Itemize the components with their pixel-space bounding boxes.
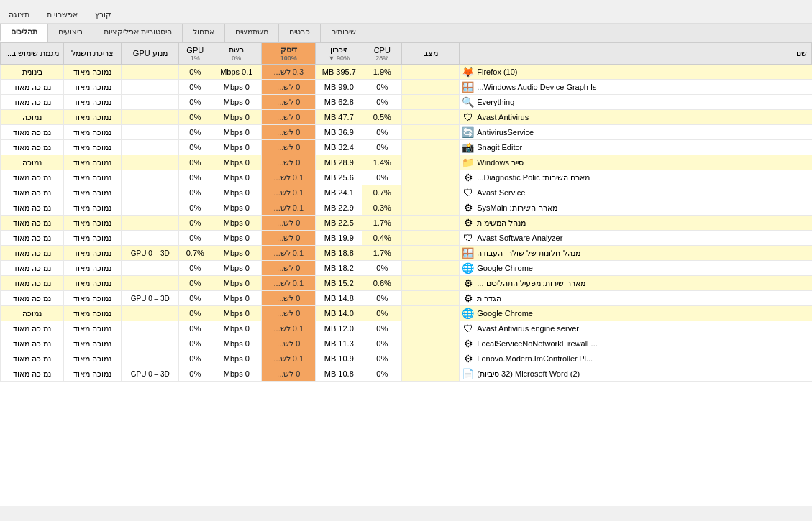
table-row[interactable]: Avast Antivirus engine server🛡0%12.0 MB0… (1, 321, 812, 336)
table-row[interactable]: Microsoft Word (2) (32 סיביות)📄0%10.8 MB… (1, 366, 812, 382)
col-status[interactable]: מצב (402, 43, 460, 65)
tab-users[interactable]: משתמשים (224, 24, 278, 42)
col-gpu[interactable]: GPU 1% (179, 43, 211, 65)
table-row[interactable]: AntivirusService🔄0%36.9 MB0 לש...0 Mbps0… (1, 125, 812, 140)
process-disk: 0 לש... (262, 80, 316, 95)
table-row[interactable]: מארח השירות: SysMain⚙0.3%22.9 MB0.1 לש..… (1, 200, 812, 216)
table-row[interactable]: מארח השירות: Diagnostic Polic...⚙0%25.6 … (1, 170, 812, 185)
process-cpu: 0% (362, 125, 402, 140)
tabs-bar: שירותים פרטים משתמשים אתחול היסטוריית אפ… (0, 24, 812, 42)
process-status (402, 351, 460, 366)
table-row[interactable]: Everything🔍0%62.8 MB0 לש...0 Mbps0%נמוכה… (1, 95, 812, 110)
process-name: Google Chrome (477, 309, 533, 318)
process-gpu-engine (122, 321, 179, 336)
process-power-trend: נמוכה מאוד (1, 276, 64, 291)
process-network: 0 Mbps (211, 246, 262, 261)
col-power[interactable]: צריכת חשמל (64, 43, 122, 65)
process-power: נמוכה מאוד (64, 200, 122, 216)
process-gpu: 0% (179, 306, 211, 321)
col-cpu[interactable]: CPU 28% (362, 43, 402, 65)
table-row[interactable]: מנהל חלונות של שולחן העבודה🪟1.7%18.8 MB0… (1, 246, 812, 261)
process-status (402, 140, 460, 155)
table-row[interactable]: Windows Audio Device Graph Is...🪟0%99.0 … (1, 80, 812, 95)
menu-options[interactable]: אפשרויות (44, 9, 81, 21)
process-name-cell: הגדרות⚙ (460, 291, 812, 306)
col-gpu-engine[interactable]: מנוע GPU (122, 43, 179, 65)
col-name[interactable]: שם (460, 43, 812, 65)
tab-performance[interactable]: ביצועים (47, 24, 93, 42)
table-row[interactable]: Avast Antivirus🛡0.5%47.7 MB0 לש...0 Mbps… (1, 110, 812, 125)
process-cpu: 0% (362, 261, 402, 276)
col-network[interactable]: רשת 0% (211, 43, 262, 65)
table-row[interactable]: Avast Software Analyzer🛡0.4%19.9 MB0 לש.… (1, 231, 812, 246)
process-disk: 0 לש... (262, 95, 316, 110)
process-cpu: 0% (362, 366, 402, 382)
table-row[interactable]: Google Chrome🌐0%18.2 MB0 לש...0 Mbps0%נמ… (1, 261, 812, 276)
table-row[interactable]: סייר Windows📁1.4%28.9 MB0 לש...0 Mbps0%נ… (1, 155, 812, 170)
process-status (402, 170, 460, 185)
process-name: מנהל המשימות (477, 218, 526, 228)
table-row[interactable]: ...Lenovo.Modern.ImController.Pl⚙0%10.9 … (1, 351, 812, 366)
tab-processes[interactable]: תהליכים (0, 24, 47, 42)
process-cpu: 0% (362, 291, 402, 306)
process-disk: 0.1 לש... (262, 351, 316, 366)
table-row[interactable]: Firefox (10)🦊1.9%395.7 MB0.3 לש...0.1 Mb… (1, 65, 812, 80)
process-memory: 36.9 MB (316, 125, 362, 140)
process-gpu-engine (122, 200, 179, 216)
process-gpu-engine: GPU 0 – 3D (122, 366, 179, 382)
process-network: 0 Mbps (211, 351, 262, 366)
process-status (402, 110, 460, 125)
process-memory: 62.8 MB (316, 95, 362, 110)
process-name: סייר Windows (477, 158, 524, 167)
process-network: 0 Mbps (211, 170, 262, 185)
process-memory: 18.8 MB (316, 246, 362, 261)
tab-details[interactable]: פרטים (278, 24, 320, 42)
process-gpu-engine (122, 170, 179, 185)
menu-file[interactable]: קובץ (92, 9, 114, 21)
tab-app-history[interactable]: היסטוריית אפליקציות (93, 24, 182, 42)
process-power: נמוכה מאוד (64, 246, 122, 261)
process-memory: 14.8 MB (316, 291, 362, 306)
process-power: נמוכה מאוד (64, 170, 122, 185)
top-bar (0, 0, 812, 6)
process-status (402, 80, 460, 95)
table-row[interactable]: Google Chrome🌐0%14.0 MB0 לש...0 Mbps0%נמ… (1, 306, 812, 321)
process-status (402, 95, 460, 110)
process-gpu: 0% (179, 170, 211, 185)
process-power-trend: נמוכה מאוד (1, 366, 64, 382)
process-disk: 0 לש... (262, 216, 316, 231)
process-power-trend: נמוכה (1, 306, 64, 321)
table-row[interactable]: הגדרות⚙0%14.8 MB0 לש...0 Mbps0%GPU 0 – 3… (1, 291, 812, 306)
process-power: נמוכה מאוד (64, 125, 122, 140)
process-network: 0 Mbps (211, 276, 262, 291)
process-power-trend: נמוכה מאוד (1, 291, 64, 306)
process-cpu: 0% (362, 80, 402, 95)
tab-startup[interactable]: אתחול (182, 24, 224, 42)
tab-services[interactable]: שירותים (320, 24, 366, 42)
process-name: Snagit Editor (477, 143, 522, 152)
table-row[interactable]: ... LocalServiceNoNetworkFirewall⚙0%11.3… (1, 336, 812, 351)
process-memory: 25.6 MB (316, 170, 362, 185)
process-icon: 🛡 (462, 232, 474, 244)
process-memory: 19.9 MB (316, 231, 362, 246)
process-disk: 0 לש... (262, 110, 316, 125)
process-name-cell: Avast Service🛡 (460, 185, 812, 200)
process-gpu-engine (122, 231, 179, 246)
process-disk: 0.3 לש... (262, 65, 316, 80)
table-row[interactable]: Avast Service🛡0.7%24.1 MB0.1 לש...0 Mbps… (1, 185, 812, 200)
col-disk[interactable]: דיסק 100% (262, 43, 316, 65)
process-status (402, 321, 460, 336)
table-row[interactable]: מארח שירות: מפעיל התהליכים ...⚙0.6%15.2 … (1, 276, 812, 291)
col-power-trend[interactable]: מגמת שימוש ב... (1, 43, 64, 65)
process-disk: 0.1 לש... (262, 276, 316, 291)
process-name-cell: ... LocalServiceNoNetworkFirewall⚙ (460, 336, 812, 351)
process-icon: 📁 (462, 157, 474, 168)
process-icon: ⚙ (462, 353, 474, 364)
table-row[interactable]: מנהל המשימות⚙1.7%22.5 MB0 לש...0 Mbps0%נ… (1, 216, 812, 231)
col-memory[interactable]: זיכרון 90% ▼ (316, 43, 362, 65)
process-power-trend: נמוכה מאוד (1, 80, 64, 95)
process-name: ... LocalServiceNoNetworkFirewall (477, 339, 598, 348)
menu-view[interactable]: תצוגה (6, 9, 32, 21)
table-row[interactable]: Snagit Editor📸0%32.4 MB0 לש...0 Mbps0%נמ… (1, 140, 812, 155)
process-gpu: 0% (179, 155, 211, 170)
